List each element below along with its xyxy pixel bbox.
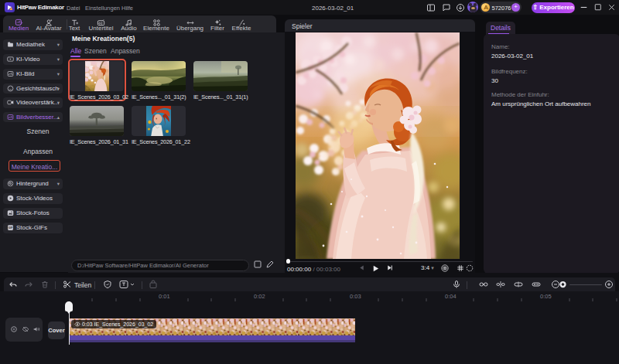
svg-text:GIF: GIF	[9, 226, 13, 230]
